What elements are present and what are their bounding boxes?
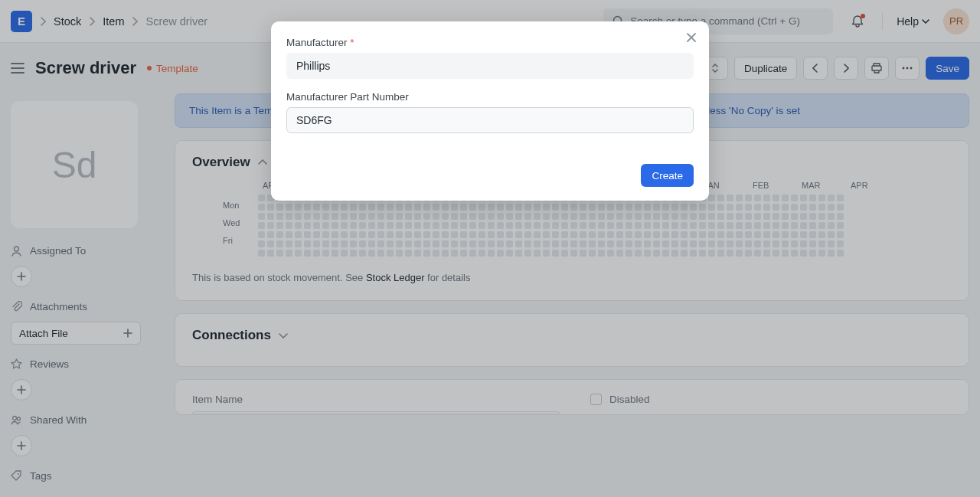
close-icon (686, 32, 697, 43)
modal-close-button[interactable] (686, 32, 697, 43)
part-number-input[interactable] (286, 107, 694, 133)
manufacturer-label: Manufacturer * (286, 37, 694, 48)
manufacturer-input[interactable] (286, 53, 694, 79)
manufacturer-modal: Manufacturer * Manufacturer Part Number … (271, 21, 709, 201)
modal-create-button[interactable]: Create (641, 164, 694, 187)
part-number-label: Manufacturer Part Number (286, 91, 694, 103)
